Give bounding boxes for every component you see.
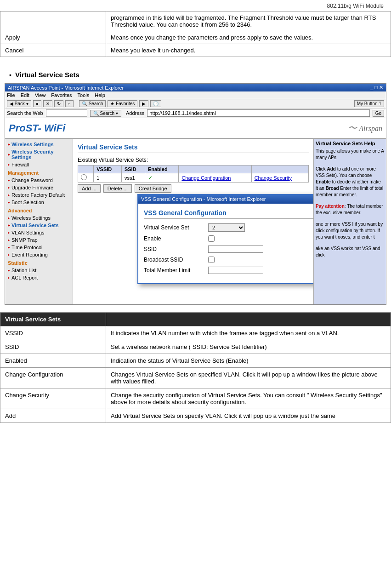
menubar-item-edit[interactable]: Edit xyxy=(21,92,29,98)
popup-row-member: Total Member Limit xyxy=(144,267,313,274)
sidebar-item-label: VLAN Settings xyxy=(11,230,45,235)
desc-table-row: VSSID It indicates the VLAN number with … xyxy=(0,326,391,340)
sidebar-arrow-icon: ▸ xyxy=(8,238,10,242)
favorites-button[interactable]: ★ Favorites xyxy=(108,100,137,107)
desc-header-col1: Virtual Service Sets xyxy=(0,313,106,326)
search-web-label: Search the Web xyxy=(7,110,43,116)
sidebar-item-virtual-service-sets[interactable]: ▸Virtual Service Sets xyxy=(5,222,73,229)
popup-row-enable: Enable xyxy=(144,235,313,242)
page-header: 802.11b/g WiFi Module xyxy=(0,0,391,11)
desc-row-label: VSSID xyxy=(0,326,106,340)
row-ssid: vss1 xyxy=(121,173,145,183)
help-text-1: This page allows you make one A many APs… xyxy=(316,148,384,161)
popup-label-ssid: SSID xyxy=(144,246,208,252)
popup-label-vss: Virtual Service Set xyxy=(144,224,208,231)
row-change-config[interactable]: Change Configuration xyxy=(179,173,251,183)
home-button[interactable]: ⌂ xyxy=(65,100,74,107)
popup-input-ssid[interactable] xyxy=(208,245,263,253)
menubar-item-file[interactable]: File xyxy=(7,92,15,98)
menubar-item-favorites[interactable]: Favorites xyxy=(51,92,72,98)
history-button[interactable]: 🕐 xyxy=(150,100,161,107)
sidebar-arrow-icon: ▸ xyxy=(8,230,10,235)
sidebar-item-label: Boot Selection xyxy=(11,200,44,205)
search-toolbar-button[interactable]: 🔍 Search xyxy=(79,100,106,107)
help-title: Virtual Service Sets Help xyxy=(316,141,384,146)
vss-col-vssid: VSSID xyxy=(94,166,122,173)
menubar-item-view[interactable]: View xyxy=(35,92,46,98)
top-table-desc: programmed in this field will be fragmen… xyxy=(106,11,391,31)
row-enabled: ✓ xyxy=(145,173,179,183)
sidebar-arrow-icon: ▸ xyxy=(8,275,10,280)
sidebar-item-firewall[interactable]: ▸Firewall xyxy=(5,161,73,168)
desc-row-description: Set a wireless network name ( SSID: Serv… xyxy=(106,340,391,354)
sidebar-item-wireless-settings[interactable]: ▸Wireless Settings xyxy=(5,214,73,222)
desc-row-label: Change Security xyxy=(0,388,106,409)
menubar-item-help[interactable]: Help xyxy=(95,92,105,98)
help-text-5: ake an VSS works hat VSS and click xyxy=(316,245,384,258)
sidebar-item-wireless-security-settings[interactable]: ▸Wireless Security Settings xyxy=(5,148,73,161)
sidebar-item-wireless-settings[interactable]: ▸Wireless Settings xyxy=(5,141,73,148)
row-change-security[interactable]: Change Security xyxy=(251,173,308,183)
top-table-row: Cancel Means you leave it un-changed. xyxy=(0,44,391,57)
vss-col-config xyxy=(179,166,251,173)
mybutton1[interactable]: My Button 1 xyxy=(354,100,384,107)
popup-input-member[interactable] xyxy=(208,267,263,274)
popup-row-vss: Virtual Service Set 2 xyxy=(144,223,313,232)
sidebar-arrow-icon: ▸ xyxy=(8,200,10,205)
section-heading-text: Virtual Service Sets xyxy=(15,71,79,79)
popup-content: VSS General Configuration Virtual Servic… xyxy=(138,204,313,283)
sidebar-section-advanced: Advanced xyxy=(5,206,73,214)
sidebar-arrow-icon: ▸ xyxy=(8,268,10,273)
sidebar-arrow-icon: ▸ xyxy=(8,245,10,250)
address-label: Address xyxy=(126,110,144,116)
row-radio[interactable] xyxy=(78,173,94,183)
section-heading: Virtual Service Sets xyxy=(0,66,391,83)
sidebar-item-boot-selection[interactable]: ▸Boot Selection xyxy=(5,199,73,206)
go-button[interactable]: Go xyxy=(373,110,384,117)
sidebar-item-vlan-settings[interactable]: ▸VLAN Settings xyxy=(5,229,73,236)
browser-menubar[interactable]: FileEditViewFavoritesToolsHelp xyxy=(5,91,386,99)
help-text-4: one or more VSS I if you want by click c… xyxy=(316,221,384,240)
desc-table-row: Change Configuration Changes Virtual Ser… xyxy=(0,368,391,388)
media-button[interactable]: ▶ xyxy=(139,100,148,107)
sidebar-item-upgrade-firmware[interactable]: ▸Upgrade Firmware xyxy=(5,184,73,191)
browser-sidebar: ▸Wireless Settings▸Wireless Security Set… xyxy=(5,139,73,304)
popup-row-broadcast: Broadcast SSID xyxy=(144,257,313,263)
browser-toolbar: ◀ Back ▾ ● ✕ ↻ ⌂ 🔍 Search ★ Favorites ▶ … xyxy=(5,99,386,108)
back-button[interactable]: ◀ Back ▾ xyxy=(7,100,31,107)
popup-checkbox-broadcast[interactable] xyxy=(208,257,215,263)
sidebar-item-label: SNMP Trap xyxy=(11,237,38,243)
delete-button[interactable]: Delete ... xyxy=(103,184,132,193)
sidebar-item-change-password[interactable]: ▸Change Password xyxy=(5,177,73,184)
sidebar-item-label: Event Reporting xyxy=(11,252,48,257)
sidebar-item-label: Wireless Security Settings xyxy=(11,149,70,160)
search-go-button[interactable]: 🔍 Search ▾ xyxy=(90,110,121,117)
sidebar-item-label: Upgrade Firmware xyxy=(11,185,53,190)
help-panel: Virtual Service Sets Help This page allo… xyxy=(313,139,386,304)
sidebar-item-event-reporting[interactable]: ▸Event Reporting xyxy=(5,251,73,258)
popup-select-vss[interactable]: 2 xyxy=(208,223,245,232)
sidebar-item-time-protocol[interactable]: ▸Time Protocol xyxy=(5,244,73,251)
add-button[interactable]: Add ... xyxy=(78,184,101,193)
menubar-item-tools[interactable]: Tools xyxy=(78,92,90,98)
sidebar-item-label: Change Password xyxy=(11,177,53,183)
top-table-label: Apply xyxy=(0,31,106,44)
forward-button[interactable]: ● xyxy=(33,100,41,107)
top-table-label: Cancel xyxy=(0,44,106,57)
stop-button[interactable]: ✕ xyxy=(43,100,52,107)
sidebar-arrow-icon: ▸ xyxy=(8,152,10,157)
sidebar-item-restore-factory-default[interactable]: ▸Restore Factory Default xyxy=(5,191,73,199)
sidebar-item-acl-report[interactable]: ▸ACL Report xyxy=(5,274,73,281)
search-bar: Search the Web 🔍 Search ▾ Address Go xyxy=(5,108,386,118)
creat-bridge-button[interactable]: Creat Bridge xyxy=(135,184,171,193)
popup-checkbox-enable[interactable] xyxy=(208,235,215,242)
sidebar-item-station-list[interactable]: ▸Station List xyxy=(5,267,73,274)
refresh-button[interactable]: ↻ xyxy=(54,100,63,107)
top-table-label xyxy=(0,11,106,31)
search-web-input[interactable] xyxy=(46,109,87,117)
vss-col-radio xyxy=(78,166,94,173)
address-input[interactable] xyxy=(147,109,369,117)
sidebar-item-snmp-trap[interactable]: ▸SNMP Trap xyxy=(5,236,73,244)
browser-main-panel: Virtual Service Sets Existing Virtual Se… xyxy=(73,139,313,304)
top-table-row: Apply Means once you change the paramete… xyxy=(0,31,391,44)
